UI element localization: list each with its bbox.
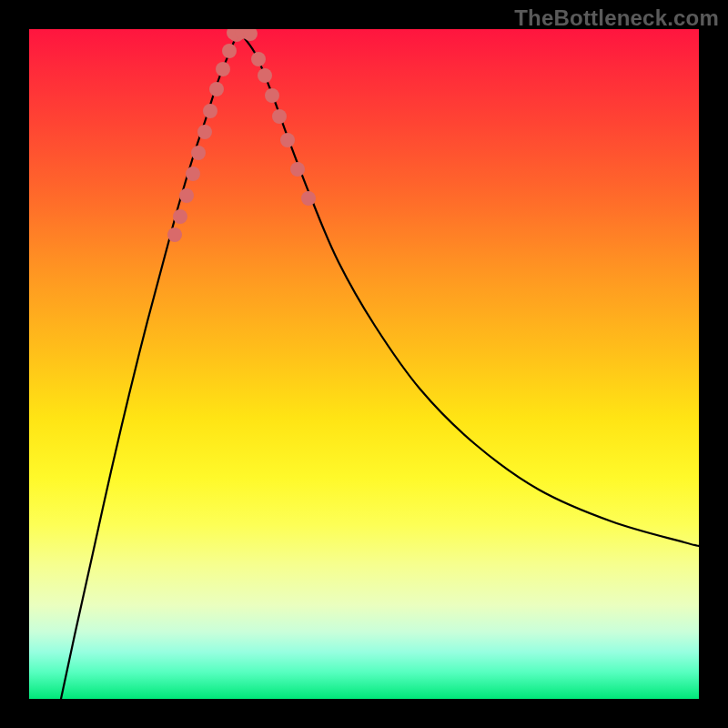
data-dot: [216, 62, 230, 76]
plot-area: [29, 29, 699, 699]
data-dot: [251, 52, 266, 66]
watermark-label: TheBottleneck.com: [514, 5, 719, 31]
curve-right-branch: [238, 31, 699, 546]
data-dot: [222, 44, 237, 58]
data-dot: [258, 68, 272, 83]
data-dot: [197, 125, 212, 139]
scatter-dots: [167, 29, 316, 242]
data-dot: [209, 82, 224, 96]
data-dot: [290, 162, 305, 177]
data-dot: [191, 146, 206, 160]
data-dot: [265, 88, 279, 103]
data-dot: [280, 133, 295, 147]
data-dot: [186, 167, 200, 181]
data-dot: [179, 188, 194, 203]
curve-layer: [29, 29, 699, 699]
data-dot: [203, 104, 217, 118]
data-dot: [301, 191, 316, 206]
data-dot: [167, 228, 182, 242]
data-dot: [173, 209, 187, 224]
data-dot: [272, 109, 287, 124]
chart-frame: TheBottleneck.com: [0, 0, 728, 728]
